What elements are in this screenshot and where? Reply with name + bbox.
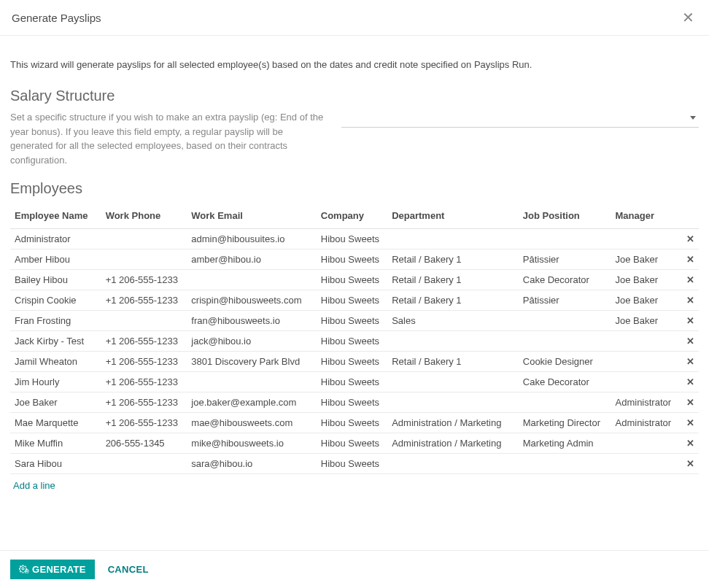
delete-row-icon[interactable]: ✕ [681, 392, 699, 413]
cell-phone[interactable]: 206-555-1345 [101, 433, 187, 454]
cell-phone[interactable]: +1 206-555-1233 [101, 392, 187, 413]
cell-manager[interactable]: Joe Baker [611, 311, 681, 331]
cell-job[interactable] [519, 229, 611, 249]
cell-name[interactable]: Crispin Cookie [10, 290, 101, 311]
cell-email[interactable] [187, 270, 316, 290]
delete-row-icon[interactable]: ✕ [681, 433, 699, 454]
add-line-link[interactable]: Add a line [10, 474, 58, 494]
cell-phone[interactable]: +1 206-555-1233 [101, 372, 187, 392]
cell-company[interactable]: Hibou Sweets [317, 433, 387, 454]
cell-name[interactable]: Fran Frosting [10, 311, 101, 331]
cell-company[interactable]: Hibou Sweets [317, 249, 387, 270]
cell-job[interactable]: Cake Decorator [519, 372, 611, 392]
cell-phone[interactable] [101, 454, 187, 474]
table-row[interactable]: Crispin Cookie+1 206-555-1233crispin@hib… [10, 290, 699, 311]
cell-manager[interactable] [611, 454, 681, 474]
table-row[interactable]: Jack Kirby - Test+1 206-555-1233jack@hib… [10, 331, 699, 352]
cell-department[interactable] [387, 454, 519, 474]
cell-email[interactable]: amber@hibou.io [187, 249, 316, 270]
cell-department[interactable]: Retail / Bakery 1 [387, 249, 519, 270]
salary-structure-select[interactable] [341, 112, 699, 128]
delete-row-icon[interactable]: ✕ [681, 311, 699, 331]
table-row[interactable]: Joe Baker+1 206-555-1233joe.baker@exampl… [10, 392, 699, 413]
cell-job[interactable]: Marketing Director [519, 413, 611, 433]
cell-manager[interactable] [611, 372, 681, 392]
cell-name[interactable]: Mike Muffin [10, 433, 101, 454]
cell-manager[interactable]: Joe Baker [611, 270, 681, 290]
cell-department[interactable] [387, 331, 519, 352]
cell-phone[interactable] [101, 229, 187, 249]
cell-company[interactable]: Hibou Sweets [317, 229, 387, 249]
cell-manager[interactable] [611, 229, 681, 249]
cell-phone[interactable]: +1 206-555-1233 [101, 290, 187, 311]
delete-row-icon[interactable]: ✕ [681, 290, 699, 311]
cell-name[interactable]: Amber Hibou [10, 249, 101, 270]
cell-phone[interactable]: +1 206-555-1233 [101, 270, 187, 290]
cell-job[interactable]: Marketing Admin [519, 433, 611, 454]
cell-job[interactable]: Pâtissier [519, 290, 611, 311]
cancel-button[interactable]: CANCEL [104, 563, 153, 576]
table-row[interactable]: Jim Hourly+1 206-555-1233Hibou SweetsCak… [10, 372, 699, 392]
cell-manager[interactable] [611, 331, 681, 352]
cell-name[interactable]: Jamil Wheaton [10, 352, 101, 372]
cell-job[interactable] [519, 454, 611, 474]
table-row[interactable]: Sara Hibousara@hibou.ioHibou Sweets✕ [10, 454, 699, 474]
cell-email[interactable]: jack@hibou.io [187, 331, 316, 352]
cell-department[interactable] [387, 392, 519, 413]
close-icon[interactable]: ✕ [679, 10, 697, 25]
cell-department[interactable]: Sales [387, 311, 519, 331]
cell-phone[interactable] [101, 249, 187, 270]
table-row[interactable]: Mike Muffin206-555-1345mike@hibousweets.… [10, 433, 699, 454]
cell-job[interactable]: Cake Decorator [519, 270, 611, 290]
cell-company[interactable]: Hibou Sweets [317, 372, 387, 392]
cell-company[interactable]: Hibou Sweets [317, 454, 387, 474]
cell-phone[interactable]: +1 206-555-1233 [101, 413, 187, 433]
cell-email[interactable]: mike@hibousweets.io [187, 433, 316, 454]
delete-row-icon[interactable]: ✕ [681, 331, 699, 352]
cell-job[interactable]: Cookie Designer [519, 352, 611, 372]
cell-manager[interactable]: Administrator [611, 392, 681, 413]
delete-row-icon[interactable]: ✕ [681, 270, 699, 290]
cell-email[interactable]: sara@hibou.io [187, 454, 316, 474]
cell-manager[interactable]: Joe Baker [611, 249, 681, 270]
cell-name[interactable]: Sara Hibou [10, 454, 101, 474]
cell-job[interactable] [519, 311, 611, 331]
cell-name[interactable]: Bailey Hibou [10, 270, 101, 290]
cell-department[interactable] [387, 372, 519, 392]
delete-row-icon[interactable]: ✕ [681, 249, 699, 270]
table-row[interactable]: Fran Frostingfran@hibousweets.ioHibou Sw… [10, 311, 699, 331]
cell-company[interactable]: Hibou Sweets [317, 290, 387, 311]
delete-row-icon[interactable]: ✕ [681, 454, 699, 474]
cell-phone[interactable] [101, 311, 187, 331]
cell-email[interactable]: mae@hibousweets.com [187, 413, 316, 433]
cell-department[interactable]: Retail / Bakery 1 [387, 290, 519, 311]
table-row[interactable]: Mae Marquette+1 206-555-1233mae@hibouswe… [10, 413, 699, 433]
delete-row-icon[interactable]: ✕ [681, 413, 699, 433]
cell-email[interactable] [187, 372, 316, 392]
cell-manager[interactable] [611, 352, 681, 372]
delete-row-icon[interactable]: ✕ [681, 352, 699, 372]
cell-department[interactable]: Retail / Bakery 1 [387, 352, 519, 372]
cell-name[interactable]: Administrator [10, 229, 101, 249]
table-row[interactable]: Amber Hibouamber@hibou.ioHibou SweetsRet… [10, 249, 699, 270]
cell-job[interactable] [519, 392, 611, 413]
cell-phone[interactable]: +1 206-555-1233 [101, 331, 187, 352]
table-row[interactable]: Bailey Hibou+1 206-555-1233Hibou SweetsR… [10, 270, 699, 290]
cell-name[interactable]: Jack Kirby - Test [10, 331, 101, 352]
cell-job[interactable]: Pâtissier [519, 249, 611, 270]
cell-name[interactable]: Jim Hourly [10, 372, 101, 392]
cell-email[interactable]: crispin@hibousweets.com [187, 290, 316, 311]
cell-email[interactable]: admin@hibousuites.io [187, 229, 316, 249]
cell-name[interactable]: Mae Marquette [10, 413, 101, 433]
cell-department[interactable]: Retail / Bakery 1 [387, 270, 519, 290]
cell-email[interactable]: fran@hibousweets.io [187, 311, 316, 331]
cell-email[interactable]: joe.baker@example.com [187, 392, 316, 413]
cell-department[interactable]: Administration / Marketing [387, 433, 519, 454]
delete-row-icon[interactable]: ✕ [681, 372, 699, 392]
cell-job[interactable] [519, 331, 611, 352]
cell-phone[interactable]: +1 206-555-1233 [101, 352, 187, 372]
cell-email[interactable]: 3801 Discovery Park Blvd [187, 352, 316, 372]
cell-company[interactable]: Hibou Sweets [317, 413, 387, 433]
cell-name[interactable]: Joe Baker [10, 392, 101, 413]
cell-company[interactable]: Hibou Sweets [317, 311, 387, 331]
